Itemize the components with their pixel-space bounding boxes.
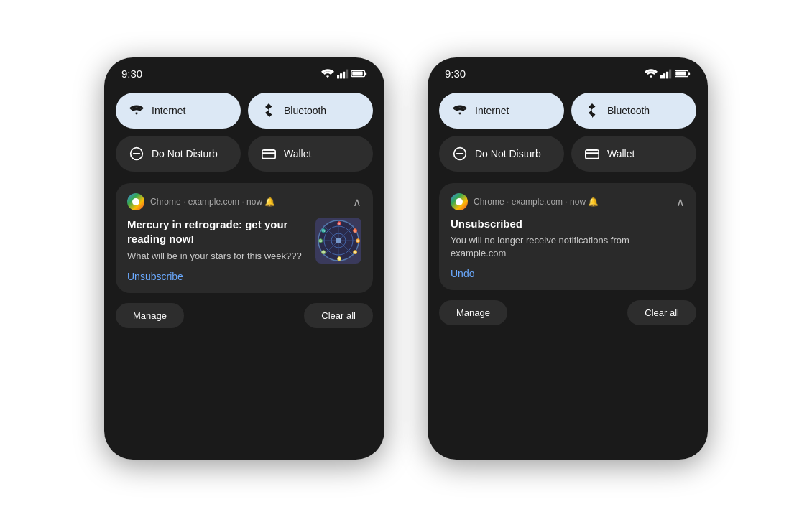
bluetooth-tile-2[interactable]: Bluetooth: [571, 93, 696, 129]
bluetooth-tile-1[interactable]: Bluetooth: [248, 93, 373, 129]
wallet-label-2: Wallet: [607, 148, 635, 159]
notif-header-left-2: Chrome · example.com · now 🔔: [451, 193, 599, 210]
svg-rect-2: [343, 71, 345, 78]
svg-rect-28: [663, 73, 665, 78]
notif-title-1: Mercury in retrograde: get your reading …: [127, 218, 308, 246]
internet-tile-1[interactable]: Internet: [116, 93, 241, 129]
chrome-icon-2: [451, 193, 468, 210]
status-icons-1: [321, 69, 367, 79]
svg-text:♈: ♈: [337, 221, 342, 226]
internet-tile-2[interactable]: Internet: [439, 93, 564, 129]
bluetooth-label-1: Bluetooth: [284, 105, 326, 116]
status-icons-2: [645, 69, 691, 79]
phone-1: 9:30: [104, 57, 384, 460]
time-1: 9:30: [121, 67, 142, 80]
notif-content-1: Mercury in retrograde: get your reading …: [127, 218, 361, 283]
notif-body-2: You will no longer receive notifications…: [451, 234, 685, 260]
svg-text:♏: ♏: [321, 228, 326, 233]
svg-rect-0: [337, 75, 339, 78]
notif-header-left-1: Chrome · example.com · now 🔔: [127, 193, 275, 210]
time-2: 9:30: [445, 67, 466, 80]
internet-label-2: Internet: [475, 105, 509, 116]
manage-button-2[interactable]: Manage: [439, 300, 507, 325]
undo-action-2[interactable]: Undo: [451, 268, 474, 279]
svg-text:♊: ♊: [356, 238, 360, 243]
svg-text:♉: ♉: [353, 228, 358, 233]
wallet-icon-1: [261, 146, 277, 162]
notif-header-1: Chrome · example.com · now 🔔 ∧: [127, 193, 361, 210]
notification-2: Chrome · example.com · now 🔔 ∧ Unsubscri…: [439, 183, 696, 290]
svg-rect-33: [675, 72, 686, 76]
zodiac-image-1: ♈ ♉ ♊ ♋ ♌ ♍ ♎ ♏: [315, 218, 361, 264]
wifi-icon-1: [129, 103, 144, 118]
svg-rect-37: [587, 149, 598, 151]
signal-icon-2: [660, 69, 672, 79]
notif-chevron-2[interactable]: ∧: [676, 195, 685, 209]
clear-all-button-2[interactable]: Clear all: [627, 300, 696, 325]
chrome-inner-1: [132, 198, 139, 205]
dnd-label-2: Do Not Disturb: [475, 148, 541, 159]
svg-rect-30: [669, 69, 671, 78]
wallet-tile-2[interactable]: Wallet: [571, 136, 696, 172]
status-bar-2: 9:30: [428, 57, 708, 87]
wallet-tile-1[interactable]: Wallet: [248, 136, 373, 172]
svg-text:♎: ♎: [318, 238, 323, 243]
chrome-icon-1: [127, 193, 144, 210]
internet-label-1: Internet: [152, 105, 185, 116]
notif-chevron-1[interactable]: ∧: [353, 195, 361, 209]
battery-icon-1: [351, 69, 367, 78]
svg-text:♌: ♌: [337, 256, 342, 261]
bottom-buttons-1: Manage Clear all: [104, 293, 384, 328]
bluetooth-icon-2: [584, 103, 600, 118]
notif-title-2: Unsubscribed: [451, 218, 685, 230]
svg-rect-6: [352, 72, 362, 76]
status-bar-1: 9:30: [104, 57, 384, 87]
notif-body-1: What will be in your stars for this week…: [127, 250, 308, 263]
svg-rect-5: [365, 72, 366, 75]
wallet-icon-2: [584, 146, 600, 162]
bluetooth-icon-1: [261, 103, 277, 118]
phone-2: 9:30: [428, 57, 708, 460]
notif-meta-1: Chrome · example.com · now 🔔: [150, 197, 275, 207]
quick-settings-2: Internet Bluetooth Do N: [428, 87, 708, 180]
svg-text:♍: ♍: [321, 250, 326, 255]
svg-rect-29: [666, 71, 668, 78]
svg-rect-10: [264, 149, 274, 151]
scene: 9:30: [104, 57, 708, 460]
svg-rect-9: [262, 150, 275, 159]
clear-all-button-1[interactable]: Clear all: [304, 303, 373, 328]
wallet-label-1: Wallet: [284, 148, 311, 159]
bottom-buttons-2: Manage Clear all: [428, 290, 708, 325]
notif-header-2: Chrome · example.com · now 🔔 ∧: [451, 193, 685, 210]
notif-text-1: Mercury in retrograde: get your reading …: [127, 218, 308, 283]
svg-rect-27: [660, 75, 663, 78]
unsubscribe-action-1[interactable]: Unsubscribe: [127, 271, 183, 282]
dnd-tile-2[interactable]: Do Not Disturb: [439, 136, 564, 172]
svg-rect-36: [586, 150, 599, 159]
chrome-inner-2: [456, 198, 463, 205]
svg-rect-32: [688, 72, 690, 75]
bluetooth-label-2: Bluetooth: [607, 105, 650, 116]
svg-rect-1: [340, 73, 342, 78]
dnd-label-1: Do Not Disturb: [152, 148, 218, 159]
signal-icon-1: [337, 69, 349, 79]
notif-text-2: Unsubscribed You will no longer receive …: [451, 218, 685, 280]
battery-icon-2: [675, 69, 691, 78]
zodiac-svg-1: ♈ ♉ ♊ ♋ ♌ ♍ ♎ ♏: [317, 219, 360, 262]
quick-settings-1: Internet Bluetooth Do N: [104, 87, 384, 180]
svg-rect-3: [346, 69, 348, 78]
notification-1: Chrome · example.com · now 🔔 ∧ Mercury i…: [116, 183, 373, 293]
wifi-status-icon: [321, 69, 334, 79]
svg-text:♋: ♋: [353, 250, 358, 255]
wifi-icon-2: [452, 103, 468, 118]
manage-button-1[interactable]: Manage: [116, 303, 184, 328]
notif-meta-2: Chrome · example.com · now 🔔: [474, 197, 599, 207]
wifi-status-icon-2: [645, 69, 658, 79]
dnd-icon-2: [452, 146, 468, 162]
svg-point-26: [336, 238, 341, 243]
dnd-icon-1: [129, 146, 144, 162]
dnd-tile-1[interactable]: Do Not Disturb: [116, 136, 241, 172]
